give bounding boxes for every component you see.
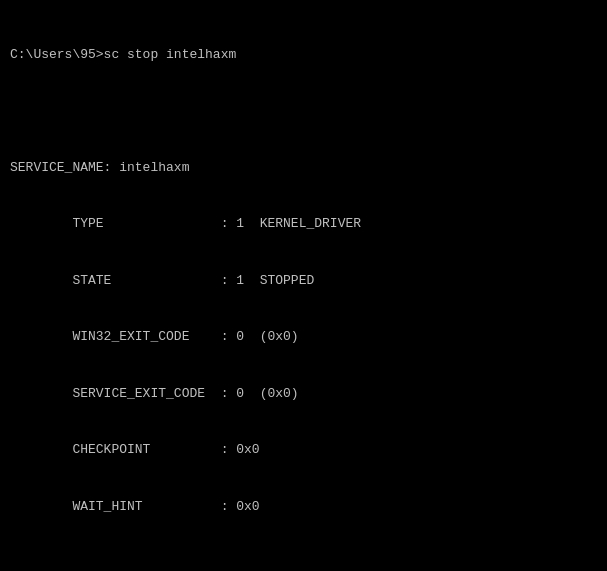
blank-2 <box>10 554 597 571</box>
type-1: TYPE : 1 KERNEL_DRIVER <box>10 215 597 234</box>
win32-exit-1: WIN32_EXIT_CODE : 0 (0x0) <box>10 328 597 347</box>
terminal-window: C:\Users\95>sc stop intelhaxm SERVICE_NA… <box>10 8 597 571</box>
command-line-1: C:\Users\95>sc stop intelhaxm <box>10 46 597 65</box>
output-blank-1 <box>10 102 597 121</box>
svc-exit-1: SERVICE_EXIT_CODE : 0 (0x0) <box>10 385 597 404</box>
checkpoint-1: CHECKPOINT : 0x0 <box>10 441 597 460</box>
wait-hint-1: WAIT_HINT : 0x0 <box>10 498 597 517</box>
state-1: STATE : 1 STOPPED <box>10 272 597 291</box>
service-name-1: SERVICE_NAME: intelhaxm <box>10 159 597 178</box>
